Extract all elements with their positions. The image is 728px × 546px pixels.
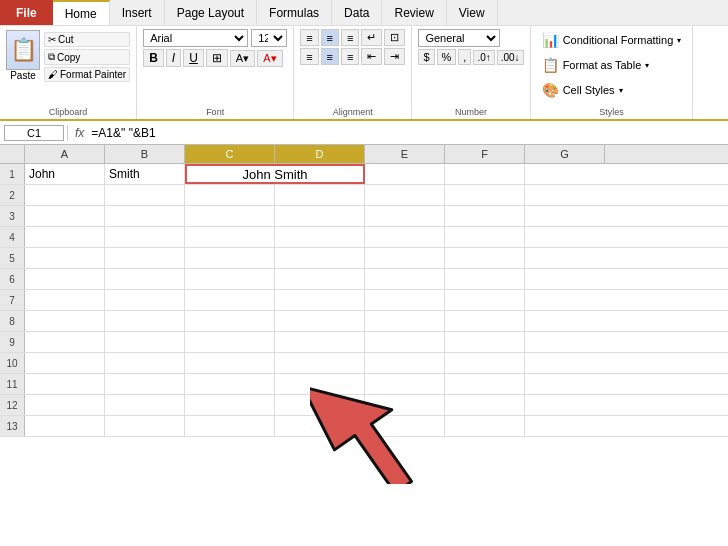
font-name-select[interactable]: Arial	[143, 29, 248, 47]
cell-c1-merged[interactable]: John Smith	[185, 164, 365, 184]
cell-f1[interactable]	[445, 164, 525, 184]
col-header-e[interactable]: E	[365, 145, 445, 163]
cell-b9[interactable]	[105, 332, 185, 352]
cell-g12[interactable]	[525, 395, 605, 415]
formula-input[interactable]	[91, 126, 724, 140]
tab-review[interactable]: Review	[382, 0, 446, 25]
cell-b2[interactable]	[105, 185, 185, 205]
dollar-button[interactable]: $	[418, 49, 434, 65]
tab-page-layout[interactable]: Page Layout	[165, 0, 257, 25]
cell-e10[interactable]	[365, 353, 445, 373]
dec-dec-button[interactable]: .00↓	[497, 50, 524, 65]
cell-f4[interactable]	[445, 227, 525, 247]
cell-c12[interactable]	[185, 395, 275, 415]
cell-f2[interactable]	[445, 185, 525, 205]
col-header-a[interactable]: A	[25, 145, 105, 163]
cell-c8[interactable]	[185, 311, 275, 331]
cell-g4[interactable]	[525, 227, 605, 247]
cell-d9[interactable]	[275, 332, 365, 352]
cell-g9[interactable]	[525, 332, 605, 352]
cell-e4[interactable]	[365, 227, 445, 247]
format-painter-button[interactable]: 🖌 Format Painter	[44, 67, 130, 82]
paste-button[interactable]: 📋 Paste	[6, 30, 40, 81]
cell-d2[interactable]	[275, 185, 365, 205]
copy-button[interactable]: ⧉ Copy	[44, 49, 130, 65]
cell-b8[interactable]	[105, 311, 185, 331]
cell-d13[interactable]	[275, 416, 365, 436]
cell-e1[interactable]	[365, 164, 445, 184]
cell-g8[interactable]	[525, 311, 605, 331]
cell-c2[interactable]	[185, 185, 275, 205]
align-center-button[interactable]: ≡	[321, 48, 339, 65]
cell-e2[interactable]	[365, 185, 445, 205]
cell-g10[interactable]	[525, 353, 605, 373]
cell-g5[interactable]	[525, 248, 605, 268]
cell-a1[interactable]: John	[25, 164, 105, 184]
cell-b13[interactable]	[105, 416, 185, 436]
cell-f6[interactable]	[445, 269, 525, 289]
cell-a8[interactable]	[25, 311, 105, 331]
cut-button[interactable]: ✂ Cut	[44, 32, 130, 47]
cell-f10[interactable]	[445, 353, 525, 373]
comma-button[interactable]: ,	[458, 49, 471, 65]
cell-d8[interactable]	[275, 311, 365, 331]
col-header-d[interactable]: D	[275, 145, 365, 163]
tab-view[interactable]: View	[447, 0, 498, 25]
cell-a7[interactable]	[25, 290, 105, 310]
cell-e11[interactable]	[365, 374, 445, 394]
cell-b6[interactable]	[105, 269, 185, 289]
col-header-f[interactable]: F	[445, 145, 525, 163]
cell-a4[interactable]	[25, 227, 105, 247]
col-header-b[interactable]: B	[105, 145, 185, 163]
cell-c3[interactable]	[185, 206, 275, 226]
cell-b11[interactable]	[105, 374, 185, 394]
cell-c6[interactable]	[185, 269, 275, 289]
dec-inc-button[interactable]: .0↑	[473, 50, 494, 65]
cell-a2[interactable]	[25, 185, 105, 205]
cell-d5[interactable]	[275, 248, 365, 268]
italic-button[interactable]: I	[166, 49, 181, 67]
align-top-left-button[interactable]: ≡	[300, 29, 318, 46]
cell-c4[interactable]	[185, 227, 275, 247]
align-left-button[interactable]: ≡	[300, 48, 318, 65]
cell-d6[interactable]	[275, 269, 365, 289]
cell-d3[interactable]	[275, 206, 365, 226]
cell-f3[interactable]	[445, 206, 525, 226]
cell-c5[interactable]	[185, 248, 275, 268]
cell-b7[interactable]	[105, 290, 185, 310]
cell-f8[interactable]	[445, 311, 525, 331]
cell-b3[interactable]	[105, 206, 185, 226]
cell-e6[interactable]	[365, 269, 445, 289]
conditional-formatting-button[interactable]: 📊 Conditional Formatting ▾	[537, 29, 687, 51]
indent-dec-button[interactable]: ⇤	[361, 48, 382, 65]
number-format-select[interactable]: General	[418, 29, 500, 47]
cell-g3[interactable]	[525, 206, 605, 226]
fill-color-button[interactable]: A▾	[230, 50, 255, 67]
cell-a11[interactable]	[25, 374, 105, 394]
cell-g2[interactable]	[525, 185, 605, 205]
tab-insert[interactable]: Insert	[110, 0, 165, 25]
cell-f12[interactable]	[445, 395, 525, 415]
cell-f9[interactable]	[445, 332, 525, 352]
cell-a10[interactable]	[25, 353, 105, 373]
merge-button[interactable]: ⊡	[384, 29, 405, 46]
cell-e3[interactable]	[365, 206, 445, 226]
align-top-center-button[interactable]: ≡	[321, 29, 339, 46]
cell-b10[interactable]	[105, 353, 185, 373]
cell-f7[interactable]	[445, 290, 525, 310]
cell-d4[interactable]	[275, 227, 365, 247]
col-header-g[interactable]: G	[525, 145, 605, 163]
align-top-right-button[interactable]: ≡	[341, 29, 359, 46]
font-color-button[interactable]: A▾	[257, 50, 282, 67]
cell-d12[interactable]	[275, 395, 365, 415]
border-button[interactable]: ⊞	[206, 49, 228, 67]
tab-formulas[interactable]: Formulas	[257, 0, 332, 25]
wrap-text-button[interactable]: ↵	[361, 29, 382, 46]
cell-c13[interactable]	[185, 416, 275, 436]
cell-f5[interactable]	[445, 248, 525, 268]
cell-c10[interactable]	[185, 353, 275, 373]
tab-data[interactable]: Data	[332, 0, 382, 25]
cell-reference-input[interactable]	[4, 125, 64, 141]
cell-g7[interactable]	[525, 290, 605, 310]
cell-a3[interactable]	[25, 206, 105, 226]
